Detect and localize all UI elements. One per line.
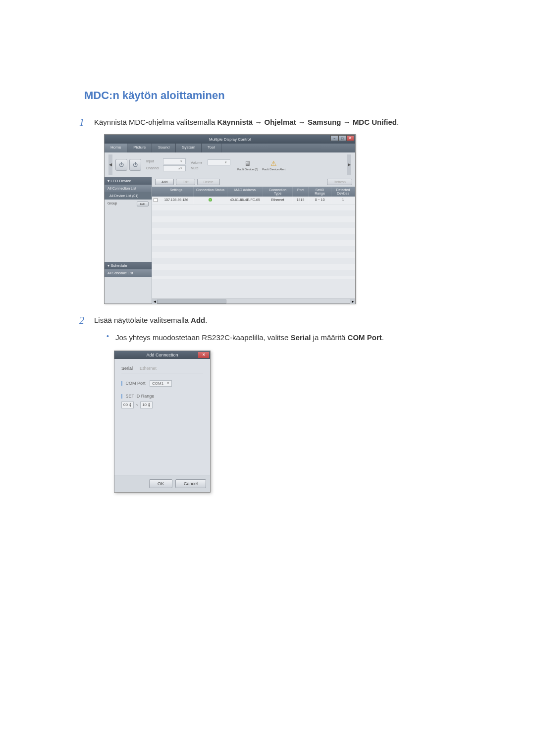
add-button[interactable]: Add (155, 179, 174, 185)
step1-pre: Käynnistä MDC-ohjelma valitsemalla (94, 118, 217, 126)
fault-alert-label: Fault Device Alert (262, 168, 285, 171)
header-checkbox (152, 187, 159, 197)
field-marker-icon (121, 381, 122, 386)
row-checkbox[interactable] (152, 197, 159, 204)
step-text: Lisää näyttölaite valitsemalla Add. (94, 315, 207, 326)
bullet-pre: Jos yhteys muodostetaan RS232C-kaapelill… (115, 333, 291, 342)
toolbar-left-arrow[interactable]: ◀ (108, 154, 112, 175)
cell-type: Ethernet (263, 197, 293, 204)
fault-device-item[interactable]: 🖥 Fault Device (0) (237, 159, 258, 171)
cell-detected: 1 (331, 197, 355, 204)
delete-button[interactable]: Delete (197, 179, 220, 185)
dialog-close-button[interactable]: ✕ (198, 352, 209, 358)
path-1: Ohjelmat (264, 118, 296, 126)
step-number: 2 (79, 315, 94, 326)
bullet-post: . (382, 333, 384, 342)
mdc-window: Multiple Display Control − □ ✕ Home Pict… (104, 134, 356, 304)
fault-device-label: Fault Device (0) (237, 168, 258, 171)
sidebar-lfd-header[interactable]: ▾ LFD Device (105, 177, 152, 185)
dialog-title: Add Connection (146, 353, 178, 357)
toolbar-right-arrow[interactable]: ▶ (347, 154, 351, 175)
step2-bold: Add (191, 316, 205, 324)
dialog-tabs: Serial Ethernet (121, 366, 203, 373)
table-row[interactable]: 107.108.89.126 40-61-86-4E-FC-65 Etherne… (152, 197, 355, 204)
edit-button[interactable]: Edit (176, 179, 195, 185)
main-panel: Add Edit Delete Refresh Settings Connect… (152, 177, 355, 303)
scroll-right-arrow[interactable]: ▶ (350, 299, 355, 304)
setid-range: 00 ▲▼ ~ 10 ▲▼ (121, 402, 203, 408)
mdc-body: ▾ LFD Device All Connection List All Dev… (105, 177, 355, 303)
volume-mute-fields: Volume ▾ Mute (191, 159, 230, 170)
scroll-left-arrow[interactable]: ◀ (152, 299, 157, 304)
power-icons: ⏻ ⏻ (115, 159, 141, 171)
input-label: Input (146, 159, 161, 163)
channel-stepper[interactable]: ▴▾ (163, 165, 186, 171)
menu-sound[interactable]: Sound (152, 144, 176, 152)
field-marker-icon (121, 394, 122, 399)
table-empty-rows (152, 204, 355, 279)
sidebar-schedule-header[interactable]: ▾ Schedule (105, 262, 152, 269)
volume-select[interactable]: ▾ (208, 159, 230, 165)
toolbar: ◀ ⏻ ⏻ Input ▾ Channel ▴▾ Volume ▾ (105, 152, 355, 177)
spinner-icon: ▲▼ (148, 403, 151, 407)
input-channel-fields: Input ▾ Channel ▴▾ (146, 158, 186, 171)
sep: → (341, 118, 353, 126)
range-to-stepper[interactable]: 10 ▲▼ (140, 402, 153, 408)
input-select[interactable]: ▾ (163, 158, 186, 164)
th-settings: Settings (159, 187, 194, 197)
range-to-value: 10 (142, 403, 147, 407)
menu-system[interactable]: System (176, 144, 202, 152)
sidebar-all-connection[interactable]: All Connection List (105, 185, 152, 192)
step2-pre: Lisää näyttölaite valitsemalla (94, 316, 191, 324)
channel-label: Channel (146, 166, 161, 170)
section-title: MDC:n käytön aloittaminen (84, 89, 456, 102)
path-0: Käynnistä (217, 118, 253, 126)
dialog-body: Serial Ethernet COM Port COM1 ▼ SET ID R… (114, 359, 210, 475)
th-type: Connection Type (263, 187, 293, 197)
power-on-icon[interactable]: ⏻ (115, 159, 127, 171)
bullet-b2: COM Port (348, 333, 382, 342)
menu-tool[interactable]: Tool (202, 144, 221, 152)
ok-button[interactable]: OK (149, 479, 172, 488)
group-edit-button[interactable]: Edit (137, 202, 149, 206)
scroll-thumb[interactable] (157, 300, 226, 303)
sep: → (296, 118, 308, 126)
fault-alert-item[interactable]: ⚠ Fault Device Alert (262, 159, 285, 171)
group-label: Group (107, 202, 117, 206)
setid-field: SET ID Range 00 ▲▼ ~ 10 ▲▼ (121, 394, 203, 408)
fault-icons: 🖥 Fault Device (0) ⚠ Fault Device Alert (237, 159, 285, 171)
range-from-value: 00 (123, 403, 128, 407)
range-from-stepper[interactable]: 00 ▲▼ (121, 402, 134, 408)
tab-serial[interactable]: Serial (121, 366, 133, 371)
path-2: Samsung (308, 118, 341, 126)
cell-status (194, 197, 227, 204)
monitor-warning-icon: 🖥 (242, 159, 253, 168)
maximize-button[interactable]: □ (338, 135, 346, 141)
dialog-spacer (121, 415, 203, 470)
step-1: 1 Käynnistä MDC-ohjelma valitsemalla Käy… (79, 117, 456, 128)
minimize-button[interactable]: − (330, 135, 338, 141)
cancel-button[interactable]: Cancel (175, 479, 206, 488)
menu-bar: Home Picture Sound System Tool (105, 144, 355, 152)
th-connection: Connection Status (194, 187, 227, 197)
th-port: Port (293, 187, 309, 197)
horizontal-scrollbar[interactable]: ◀ ▶ (152, 299, 355, 303)
window-title: Multiple Display Control (209, 137, 251, 142)
sidebar-all-device[interactable]: All Device List (01) (105, 192, 152, 200)
sidebar-all-schedule[interactable]: All Schedule List (105, 269, 152, 277)
menu-home[interactable]: Home (105, 144, 127, 152)
close-button[interactable]: ✕ (346, 135, 354, 141)
sidebar-spacer (105, 208, 152, 262)
refresh-button[interactable]: Refresh (327, 179, 352, 185)
menu-picture[interactable]: Picture (127, 144, 152, 152)
comport-select[interactable]: COM1 ▼ (150, 380, 172, 387)
dialog-titlebar: Add Connection ✕ (114, 351, 210, 359)
comport-label: COM Port (126, 381, 146, 386)
power-off-icon[interactable]: ⏻ (129, 159, 141, 171)
bullet-mid: ja määritä (311, 333, 347, 342)
setid-label: SET ID Range (126, 394, 155, 399)
step-text: Käynnistä MDC-ohjelma valitsemalla Käynn… (94, 117, 399, 128)
sep: → (253, 118, 264, 126)
tab-ethernet[interactable]: Ethernet (140, 366, 157, 371)
table-bottom-space (152, 279, 355, 299)
